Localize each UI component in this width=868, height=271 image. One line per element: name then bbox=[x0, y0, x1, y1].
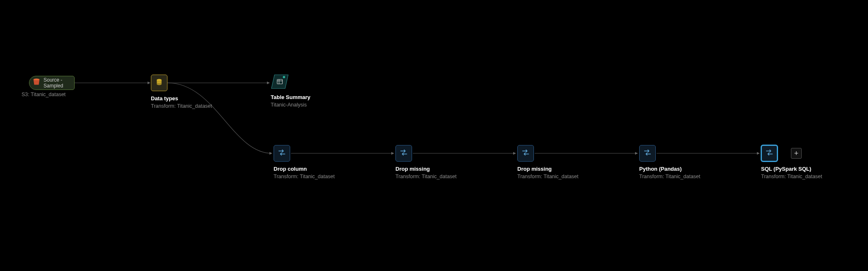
svg-point-6 bbox=[34, 79, 40, 80]
node-drop-column-title: Drop column bbox=[274, 166, 335, 172]
transform-icon bbox=[277, 148, 286, 159]
node-table-summary[interactable]: Table Summary Titanic-Analysis bbox=[271, 73, 310, 108]
node-data-types-sub: Transform: Titanic_dataset bbox=[151, 103, 212, 109]
node-drop-missing-1-box[interactable] bbox=[395, 145, 412, 162]
node-drop-missing-1-title: Drop missing bbox=[395, 166, 457, 172]
node-python-pandas-sub: Transform: Titanic_dataset bbox=[639, 174, 701, 179]
node-python-pandas-box[interactable] bbox=[639, 145, 656, 162]
add-step-button[interactable]: + bbox=[791, 148, 802, 159]
node-data-types-box[interactable] bbox=[151, 75, 167, 91]
summary-shape-icon bbox=[271, 73, 289, 91]
svg-point-11 bbox=[283, 76, 285, 78]
transform-icon bbox=[643, 148, 652, 159]
node-table-summary-title: Table Summary bbox=[271, 94, 310, 100]
node-data-types-title: Data types bbox=[151, 95, 212, 102]
node-python-pandas[interactable]: Python (Pandas) Transform: Titanic_datas… bbox=[639, 145, 701, 179]
node-data-types[interactable]: Data types Transform: Titanic_dataset bbox=[151, 75, 212, 109]
node-source-sub: S3: Titanic_dataset bbox=[22, 92, 75, 97]
node-drop-missing-2-box[interactable] bbox=[517, 145, 534, 162]
s3-bucket-icon bbox=[32, 77, 41, 88]
database-icon bbox=[155, 78, 163, 88]
node-drop-missing-2-title: Drop missing bbox=[517, 166, 579, 172]
transform-icon bbox=[521, 148, 530, 159]
node-python-pandas-title: Python (Pandas) bbox=[639, 166, 701, 172]
transform-icon bbox=[399, 148, 408, 159]
node-source-box[interactable]: Source - Sampled bbox=[29, 76, 75, 90]
node-drop-missing-2[interactable]: Drop missing Transform: Titanic_dataset bbox=[517, 145, 579, 179]
node-source-label: Source - Sampled bbox=[44, 77, 71, 89]
node-drop-column[interactable]: Drop column Transform: Titanic_dataset bbox=[274, 145, 335, 179]
plus-icon: + bbox=[794, 150, 799, 157]
node-source[interactable]: Source - Sampled S3: Titanic_dataset bbox=[29, 76, 75, 97]
node-table-summary-box[interactable] bbox=[271, 73, 289, 90]
node-drop-missing-2-sub: Transform: Titanic_dataset bbox=[517, 174, 579, 179]
node-drop-missing-1-sub: Transform: Titanic_dataset bbox=[395, 174, 457, 179]
node-sql-pyspark-box[interactable] bbox=[761, 145, 778, 162]
node-sql-pyspark-sub: Transform: Titanic_dataset bbox=[761, 174, 822, 179]
node-drop-column-box[interactable] bbox=[274, 145, 290, 162]
node-drop-column-sub: Transform: Titanic_dataset bbox=[274, 174, 335, 179]
node-sql-pyspark-title: SQL (PySpark SQL) bbox=[761, 166, 822, 172]
node-table-summary-sub: Titanic-Analysis bbox=[271, 102, 310, 108]
transform-icon bbox=[765, 148, 774, 159]
flow-canvas[interactable]: Source - Sampled S3: Titanic_dataset Dat… bbox=[0, 0, 868, 271]
flow-edges bbox=[0, 0, 868, 271]
node-drop-missing-1[interactable]: Drop missing Transform: Titanic_dataset bbox=[395, 145, 457, 179]
